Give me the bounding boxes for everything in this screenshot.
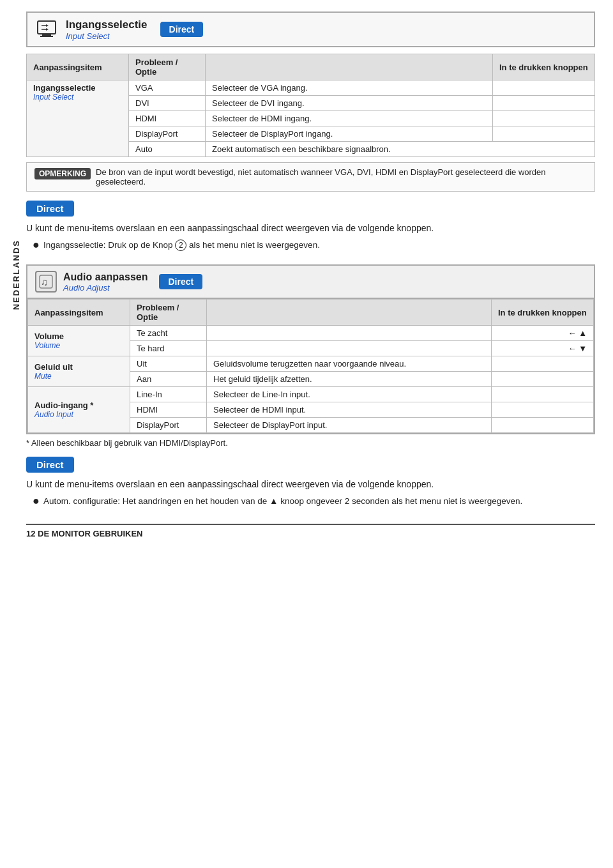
audioinput-btn-dp	[492, 418, 594, 433]
section2-title-main: Audio aanpassen	[63, 271, 148, 283]
col-header-item: Aanpassingsitem	[27, 54, 129, 80]
section1-title-block: Ingangsselectie Input Select	[66, 19, 148, 41]
audio-icon: ♫	[35, 271, 57, 293]
table-row-volume-soft: Volume Volume Te zacht ← ▲	[28, 326, 594, 341]
input-select-icon	[35, 18, 58, 41]
direct-section-1: Direct U kunt de menu-items overslaan en…	[26, 201, 595, 252]
bullet-item-2: ● Autom. configuratie: Het aandringen en…	[33, 495, 595, 508]
audioinput-option-linein: Line-In	[130, 387, 207, 402]
table-row-mute-uit: Geluid uit Mute Uit Geluidsvolume terugz…	[28, 356, 594, 372]
volume-desc-soft	[207, 326, 492, 341]
bullet-dot-1: ●	[33, 239, 40, 252]
desc-dvi: Selecteer de DVI ingang.	[206, 96, 493, 111]
direct-text-1: U kunt de menu-items overslaan en een aa…	[26, 222, 595, 235]
section1-table: Aanpassingsitem Probleem / Optie In te d…	[26, 54, 595, 157]
section2-header: ♫ Audio aanpassen Audio Adjust Direct	[27, 266, 594, 299]
section1-header: Ingangsselectie Input Select Direct	[26, 11, 595, 47]
btn-displayport	[493, 126, 595, 142]
section2-direct-badge: Direct	[159, 274, 202, 289]
arrow-up-icon: ▲	[579, 328, 587, 338]
note-box: OPMERKING De bron van de input wordt bev…	[26, 162, 595, 192]
mute-btn-aan	[492, 372, 594, 387]
col-header-option: Probleem / Optie	[129, 54, 206, 80]
desc-auto: Zoekt automatisch een beschikbare signaa…	[206, 142, 595, 157]
option-dvi: DVI	[129, 96, 206, 111]
direct-text-2: U kunt de menu-items overslaan en een aa…	[26, 478, 595, 491]
section2-title-block: Audio aanpassen Audio Adjust	[63, 271, 148, 293]
svg-marker-6	[46, 28, 49, 31]
note-label: OPMERKING	[34, 168, 91, 179]
col-header-btn: In te drukken knoppen	[493, 54, 595, 80]
volume-option-soft: Te zacht	[130, 326, 207, 341]
sidebar-language-label: NEDERLANDS	[11, 214, 21, 335]
audioinput-desc-linein: Selecteer de Line-In input.	[207, 387, 492, 402]
audio-col-header-btn: In te drukken knoppen	[492, 300, 594, 326]
option-hdmi: HDMI	[129, 111, 206, 126]
mute-desc-uit: Geluidsvolume terugzetten naar voorgaand…	[207, 356, 492, 372]
direct-section-2: Direct U kunt de menu-items overslaan en…	[26, 457, 595, 508]
bullet-dot-2: ●	[33, 495, 40, 508]
mute-label: Geluid uit Mute	[28, 356, 130, 387]
desc-displayport: Selecteer de DisplayPort ingang.	[206, 126, 493, 142]
arrow-down-icon: ▼	[579, 344, 587, 353]
volume-btn-soft: ← ▲	[492, 326, 594, 341]
audioinput-desc-hdmi: Selecteer de HDMI input.	[207, 402, 492, 418]
arrow-left-icon2: ←	[568, 344, 577, 353]
section1-title-main: Ingangsselectie	[66, 19, 148, 31]
section2-title-sub: Audio Adjust	[63, 283, 148, 293]
section1-title-sub: Input Select	[66, 31, 148, 41]
col-header-desc	[206, 54, 493, 80]
svg-rect-2	[40, 36, 53, 37]
section1-direct-badge: Direct	[160, 22, 204, 37]
option-auto: Auto	[129, 142, 206, 157]
mute-option-uit: Uit	[130, 356, 207, 372]
audioinput-option-dp: DisplayPort	[130, 418, 207, 433]
audioinput-desc-dp: Selecteer de DisplayPort input.	[207, 418, 492, 433]
section2-table: Aanpassingsitem Probleem / Optie In te d…	[27, 299, 594, 433]
audioinput-btn-linein	[492, 387, 594, 402]
audioinput-label: Audio-ingang * Audio Input	[28, 387, 130, 433]
footer-text: 12 DE MONITOR GEBRUIKEN	[26, 529, 143, 538]
volume-label: Volume Volume	[28, 326, 130, 356]
audio-col-header-desc	[207, 300, 492, 326]
direct-badge-2: Direct	[26, 457, 74, 473]
volume-btn-hard: ← ▼	[492, 341, 594, 356]
bullet-item-1: ● Ingangsselectie: Druk op de Knop 2 als…	[33, 239, 595, 252]
desc-hdmi: Selecteer de HDMI ingang.	[206, 111, 493, 126]
section1-row-label: Ingangsselectie Input Select	[27, 80, 129, 157]
audio-col-header-item: Aanpassingsitem	[28, 300, 130, 326]
bullet-text-2: Autom. configuratie: Het aandringen en h…	[43, 495, 522, 508]
svg-marker-4	[46, 24, 49, 27]
btn-hdmi	[493, 111, 595, 126]
note-text: De bron van de input wordt bevestigd, ni…	[96, 167, 587, 187]
audioinput-btn-hdmi	[492, 402, 594, 418]
audioinput-option-hdmi: HDMI	[130, 402, 207, 418]
mute-option-aan: Aan	[130, 372, 207, 387]
bullet-text-1: Ingangsselectie: Druk op de Knop 2 als h…	[43, 239, 320, 252]
section2-container: ♫ Audio aanpassen Audio Adjust Direct Aa…	[26, 264, 595, 434]
btn-dvi	[493, 96, 595, 111]
svg-text:♫: ♫	[41, 277, 48, 287]
section2-footnote: * Alleen beschikbaar bij gebruik van HDM…	[26, 438, 595, 448]
svg-rect-1	[42, 34, 51, 36]
volume-option-hard: Te hard	[130, 341, 207, 356]
option-vga: VGA	[129, 80, 206, 96]
audio-col-header-option: Probleem / Optie	[130, 300, 207, 326]
volume-desc-hard	[207, 341, 492, 356]
table-row-audioinput-linein: Audio-ingang * Audio Input Line-In Selec…	[28, 387, 594, 402]
option-displayport: DisplayPort	[129, 126, 206, 142]
direct-badge-1: Direct	[26, 201, 74, 217]
table-row: Ingangsselectie Input Select VGA Selecte…	[27, 80, 595, 96]
page-footer: 12 DE MONITOR GEBRUIKEN	[26, 524, 595, 538]
desc-vga: Selecteer de VGA ingang.	[206, 80, 493, 96]
mute-desc-aan: Het geluid tijdelijk afzetten.	[207, 372, 492, 387]
arrow-left-icon: ←	[568, 328, 577, 338]
mute-btn-uit	[492, 356, 594, 372]
btn-vga	[493, 80, 595, 96]
svg-rect-0	[38, 21, 56, 34]
